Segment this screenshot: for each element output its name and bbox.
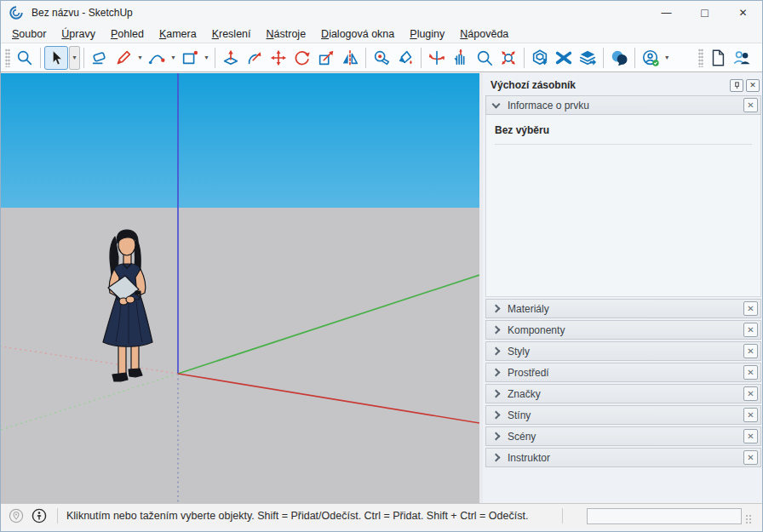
people-button[interactable] bbox=[730, 46, 754, 70]
pan-tool-button[interactable] bbox=[449, 46, 473, 70]
toolbar-separator bbox=[83, 48, 84, 68]
resize-grip[interactable] bbox=[745, 514, 752, 524]
rotate-tool-button[interactable] bbox=[290, 46, 314, 70]
toolbar-separator bbox=[421, 48, 422, 68]
select-tool-button[interactable] bbox=[44, 46, 68, 70]
toolbar-grip[interactable] bbox=[5, 49, 10, 67]
extension-warehouse-button[interactable] bbox=[552, 46, 576, 70]
minimize-button[interactable]: — bbox=[647, 1, 686, 25]
rectangle-tool-button[interactable] bbox=[178, 46, 202, 70]
maximize-button[interactable]: □ bbox=[686, 1, 724, 25]
close-section-button[interactable]: ✕ bbox=[743, 429, 758, 443]
close-section-button[interactable]: ✕ bbox=[743, 323, 758, 337]
eraser-tool-button[interactable] bbox=[88, 46, 112, 70]
geolocation-button[interactable] bbox=[9, 508, 24, 523]
panel-section-komponenty[interactable]: Komponenty✕ bbox=[485, 320, 761, 340]
zoom-tool-button[interactable] bbox=[473, 46, 496, 70]
pin-tray-button[interactable] bbox=[730, 79, 743, 92]
zoom-extents-icon bbox=[499, 49, 518, 67]
orbit-icon bbox=[427, 49, 446, 67]
account-dropdown[interactable]: ▼ bbox=[663, 54, 672, 60]
menu-napoveda[interactable]: Nápověda bbox=[452, 26, 516, 42]
chevron-right-icon bbox=[492, 390, 501, 398]
viewport[interactable] bbox=[1, 73, 479, 503]
feedback-button[interactable] bbox=[607, 46, 631, 70]
push-pull-tool-button[interactable] bbox=[219, 46, 243, 70]
panel-section-styly[interactable]: Styly✕ bbox=[485, 341, 761, 361]
account-button[interactable] bbox=[639, 46, 663, 70]
panel-section-informace-o-prvku[interactable]: Informace o prvku ✕ bbox=[485, 95, 761, 115]
menu-bar: SouborÚpravyPohledKameraKresleníNástroje… bbox=[1, 25, 762, 43]
section-label: Scény bbox=[508, 431, 743, 443]
panel-section-instruktor[interactable]: Instruktor✕ bbox=[485, 448, 761, 467]
close-section-button[interactable]: ✕ bbox=[743, 450, 758, 465]
panel-section-znacky[interactable]: Značky✕ bbox=[485, 384, 761, 403]
3d-warehouse-button[interactable] bbox=[528, 46, 552, 70]
tape-measure-tool-button[interactable] bbox=[370, 46, 393, 70]
tray-sections: Materiály✕Komponenty✕Styly✕Prostředí✕Zna… bbox=[485, 297, 761, 467]
scale-icon bbox=[317, 49, 336, 67]
menu-upravy[interactable]: Úpravy bbox=[54, 26, 103, 42]
line-tool-dropdown[interactable]: ▼ bbox=[135, 54, 145, 60]
search-tool-button[interactable] bbox=[13, 46, 37, 70]
window-frame bbox=[1, 528, 762, 532]
arc-tool-button[interactable] bbox=[145, 46, 169, 70]
default-tray-panel: Výchozí zásobník ✕ Informace o prvku ✕ B… bbox=[483, 73, 763, 503]
scale-figure[interactable] bbox=[1, 73, 479, 503]
send-to-layout-button[interactable] bbox=[576, 46, 600, 70]
line-tool-button[interactable] bbox=[112, 46, 135, 70]
pan-hand-icon bbox=[451, 49, 470, 67]
panel-section-stiny[interactable]: Stíny✕ bbox=[485, 405, 761, 425]
menu-nastroje[interactable]: Nástroje bbox=[259, 26, 314, 42]
select-dropdown[interactable]: ▼ bbox=[69, 46, 80, 70]
chevron-down-icon: ▼ bbox=[70, 54, 79, 60]
pin-icon bbox=[733, 82, 741, 89]
toolbar-grip-2[interactable] bbox=[698, 49, 703, 67]
orbit-tool-button[interactable] bbox=[425, 46, 449, 70]
select-arrow-icon bbox=[47, 49, 66, 67]
model-info-button[interactable] bbox=[32, 508, 47, 523]
rectangle-tool-dropdown[interactable]: ▼ bbox=[202, 54, 211, 60]
toolbar-separator bbox=[524, 48, 525, 68]
toolbar-separator bbox=[365, 48, 366, 68]
chevron-right-icon bbox=[492, 411, 501, 420]
panel-section-materialy[interactable]: Materiály✕ bbox=[485, 299, 761, 318]
eraser-icon bbox=[90, 49, 109, 67]
paint-bucket-tool-button[interactable] bbox=[393, 46, 417, 70]
document-icon bbox=[708, 49, 727, 67]
section-label: Prostředí bbox=[508, 367, 743, 379]
divider bbox=[495, 144, 752, 145]
section-label: Informace o prvku bbox=[508, 100, 743, 112]
title-bar: Bez názvu - SketchUp — □ ✕ bbox=[1, 1, 762, 25]
panel-section-prostredi[interactable]: Prostředí✕ bbox=[485, 363, 761, 382]
arc-icon bbox=[147, 49, 166, 67]
zoom-extents-tool-button[interactable] bbox=[496, 46, 520, 70]
close-section-button[interactable]: ✕ bbox=[743, 365, 758, 380]
panel-section-sceny[interactable]: Scény✕ bbox=[485, 426, 761, 446]
close-button[interactable]: ✕ bbox=[724, 1, 762, 25]
close-section-button[interactable]: ✕ bbox=[743, 301, 758, 316]
menu-soubor[interactable]: Soubor bbox=[4, 26, 54, 42]
flip-tool-button[interactable] bbox=[338, 46, 362, 70]
new-document-button[interactable] bbox=[706, 46, 730, 70]
entity-info-content: Bez výběru bbox=[485, 115, 761, 297]
toolbar-separator bbox=[40, 48, 41, 68]
menu-dialogova-okna[interactable]: Dialogová okna bbox=[313, 26, 402, 42]
menu-pluginy[interactable]: Pluginy bbox=[402, 26, 452, 42]
arc-tool-dropdown[interactable]: ▼ bbox=[169, 54, 178, 60]
menu-kamera[interactable]: Kamera bbox=[152, 26, 204, 42]
follow-me-tool-button[interactable] bbox=[243, 46, 267, 70]
rectangle-icon bbox=[181, 49, 199, 67]
close-section-button[interactable]: ✕ bbox=[743, 98, 758, 112]
menu-kresleni[interactable]: Kreslení bbox=[204, 26, 259, 42]
measurements-input[interactable] bbox=[587, 508, 742, 524]
move-tool-button[interactable] bbox=[267, 46, 290, 70]
close-section-button[interactable]: ✕ bbox=[743, 344, 758, 358]
status-separator bbox=[562, 508, 563, 523]
close-section-button[interactable]: ✕ bbox=[743, 408, 758, 422]
chevron-right-icon bbox=[492, 347, 501, 356]
close-section-button[interactable]: ✕ bbox=[743, 386, 758, 401]
menu-pohled[interactable]: Pohled bbox=[103, 26, 152, 42]
close-tray-button[interactable]: ✕ bbox=[746, 79, 760, 92]
scale-tool-button[interactable] bbox=[314, 46, 338, 70]
